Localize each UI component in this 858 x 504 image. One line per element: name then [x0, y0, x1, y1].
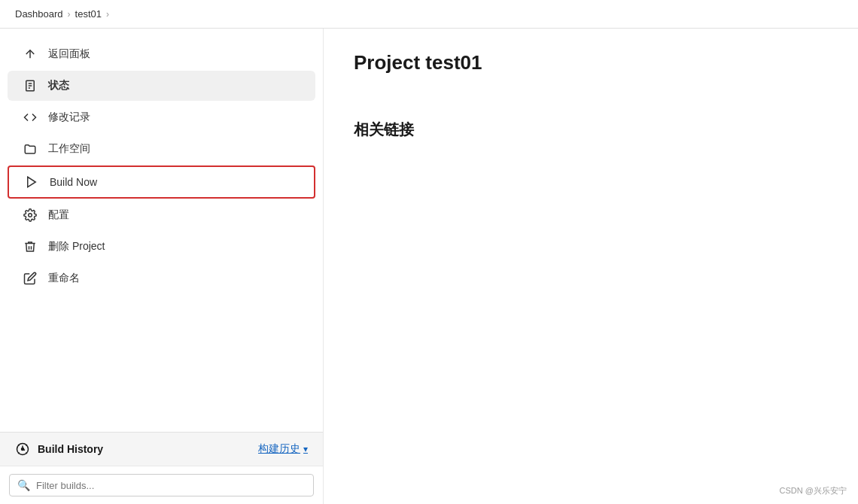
sidebar-nav: 返回面板 状态: [0, 29, 323, 432]
sidebar-item-workspace[interactable]: 工作空间: [8, 134, 315, 164]
gear-icon: [23, 208, 38, 223]
arrow-up-icon: [23, 47, 38, 62]
breadcrumb: Dashboard › test01 ›: [0, 0, 858, 29]
file-icon: [23, 78, 38, 93]
breadcrumb-dashboard[interactable]: Dashboard: [15, 8, 63, 20]
pencil-icon: [23, 271, 38, 286]
build-history-icon: [15, 442, 30, 457]
sidebar-item-build-now[interactable]: Build Now: [8, 165, 315, 199]
svg-point-6: [29, 214, 32, 217]
svg-point-8: [21, 448, 25, 451]
trash-icon: [23, 239, 38, 254]
sidebar: 返回面板 状态: [0, 29, 324, 504]
build-history-link[interactable]: 构建历史 ▾: [258, 442, 308, 456]
sidebar-item-config[interactable]: 配置: [8, 200, 315, 230]
folder-icon: [23, 141, 38, 156]
main-content: Project test01 相关链接: [324, 29, 858, 504]
breadcrumb-test01[interactable]: test01: [75, 8, 102, 20]
layout: 返回面板 状态: [0, 29, 858, 504]
search-input-wrap: 🔍: [9, 474, 314, 496]
related-links-title: 相关链接: [354, 120, 828, 140]
sidebar-item-back[interactable]: 返回面板: [8, 39, 315, 69]
svg-marker-5: [28, 177, 36, 187]
project-title: Project test01: [354, 51, 828, 74]
sidebar-item-changes-label: 修改记录: [48, 111, 90, 124]
build-history-header: Build History 构建历史 ▾: [0, 432, 323, 466]
sidebar-item-status-label: 状态: [48, 79, 69, 93]
sidebar-item-back-label: 返回面板: [48, 47, 90, 61]
build-history-title: Build History: [38, 443, 103, 455]
code-icon: [23, 110, 38, 125]
sidebar-item-config-label: 配置: [48, 208, 69, 222]
build-history-link-label: 构建历史: [258, 442, 300, 456]
search-icon: 🔍: [17, 479, 30, 491]
sidebar-item-rename[interactable]: 重命名: [8, 263, 315, 293]
play-icon: [24, 175, 39, 190]
watermark: CSDN @兴乐安宁: [780, 485, 847, 496]
breadcrumb-sep-1: ›: [68, 9, 71, 20]
sidebar-item-changes[interactable]: 修改记录: [8, 102, 315, 132]
breadcrumb-sep-2: ›: [106, 9, 109, 20]
sidebar-item-workspace-label: 工作空间: [48, 142, 90, 156]
sidebar-item-status[interactable]: 状态: [8, 71, 315, 101]
search-input[interactable]: [36, 480, 306, 491]
chevron-down-icon: ▾: [303, 444, 308, 454]
sidebar-item-rename-label: 重命名: [48, 272, 80, 285]
sidebar-item-delete-label: 删除 Project: [48, 240, 105, 254]
sidebar-item-build-now-label: Build Now: [50, 176, 97, 188]
sidebar-item-delete[interactable]: 删除 Project: [8, 232, 315, 262]
search-area: 🔍: [0, 466, 323, 504]
